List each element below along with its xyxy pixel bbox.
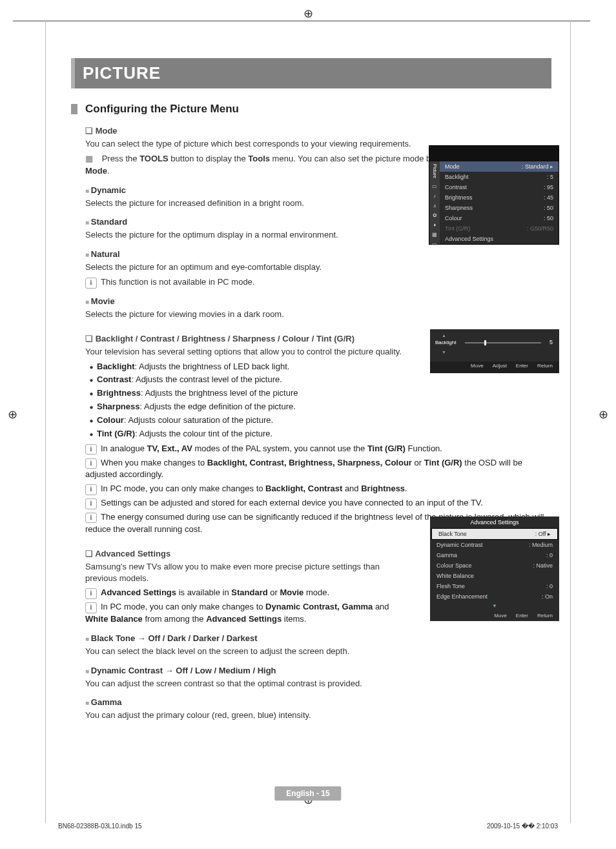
hint-return: Return bbox=[537, 363, 553, 373]
osd-row[interactable]: Dynamic Contrast: Medium bbox=[430, 540, 559, 550]
osd-row-mode[interactable]: Mode : Standard ▸ bbox=[440, 161, 559, 172]
adjust-note: In PC mode, you can only make changes to… bbox=[85, 483, 551, 495]
rule-vright bbox=[570, 21, 571, 823]
blacktone-heading: Black Tone → Off / Dark / Darker / Darke… bbox=[85, 633, 551, 643]
page-number-badge: English - 15 bbox=[274, 786, 341, 801]
gamma-heading: Gamma bbox=[85, 697, 551, 707]
osd-row[interactable]: Brightness: 45 bbox=[440, 192, 559, 203]
osd-row[interactable]: Contrast: 95 bbox=[440, 182, 559, 192]
tv-icon: ▭ bbox=[432, 183, 437, 189]
natural-text: Selects the picture for an optimum and e… bbox=[85, 261, 551, 274]
osd-row[interactable]: Flesh Tone: 0 bbox=[430, 581, 559, 591]
osd-row[interactable]: Advanced Settings bbox=[440, 234, 559, 244]
osd-row[interactable]: White Balance bbox=[430, 571, 559, 581]
chevron-down-icon[interactable]: ▼ bbox=[442, 350, 446, 354]
list-item: Sharpness: Adjusts the edge definition o… bbox=[97, 401, 551, 413]
slider-knob[interactable] bbox=[484, 340, 486, 345]
mode-heading: Mode bbox=[85, 126, 551, 136]
reg-mark-icon: ⊕ bbox=[599, 407, 608, 422]
page-title-bar: PICTURE bbox=[71, 58, 551, 88]
list-item: Tint (G/R): Adjusts the colour tint of t… bbox=[97, 428, 551, 440]
page-title: PICTURE bbox=[83, 63, 161, 83]
adjust-note: In analogue TV, Ext., AV modes of the PA… bbox=[85, 443, 551, 455]
app-icon: ▦ bbox=[432, 232, 437, 238]
osd-row-blacktone[interactable]: Black Tone: Off ▸ bbox=[431, 528, 558, 540]
print-file: BN68-02388B-03L10.indb 15 bbox=[58, 823, 142, 830]
chevron-right-icon: ▸ bbox=[548, 531, 551, 537]
hint-enter: Enter bbox=[516, 363, 528, 373]
natural-note: This function is not available in PC mod… bbox=[85, 276, 551, 289]
chevron-up-icon[interactable]: ▲ bbox=[442, 333, 446, 338]
dyncontrast-heading: Dynamic Contrast → Off / Low / Medium / … bbox=[85, 666, 551, 675]
gear-icon: ✿ bbox=[433, 212, 437, 218]
osd-side-label: Picture bbox=[433, 164, 437, 178]
title-accent bbox=[71, 58, 75, 88]
osd-title: Advanced Settings bbox=[430, 517, 559, 528]
osd-row[interactable]: Backlight: 5 bbox=[440, 172, 559, 182]
print-footer: BN68-02388B-03L10.indb 15 2009-10-15 �� … bbox=[58, 823, 558, 830]
hint-move: Move bbox=[471, 363, 484, 373]
osd-advanced-panel: Advanced Settings Black Tone: Off ▸ Dyna… bbox=[430, 517, 559, 621]
osd-slider-panel: ▲ Backlight ▼ 5 Move Adjust Enter Return bbox=[430, 329, 559, 373]
osd-rows: Mode : Standard ▸ Backlight: 5 Contrast:… bbox=[440, 161, 559, 244]
chevron-right-icon: ▸ bbox=[550, 163, 553, 170]
list-item: Colour: Adjusts colour saturation of the… bbox=[97, 414, 551, 427]
rule-top bbox=[13, 21, 590, 21]
natural-heading: Natural bbox=[85, 249, 551, 259]
osd-slider-label: Backlight bbox=[435, 340, 456, 345]
section-heading: Configuring the Picture Menu bbox=[71, 103, 551, 116]
movie-heading: Movie bbox=[85, 296, 551, 306]
gamma-text: You can adjust the primary colour (red, … bbox=[85, 710, 551, 722]
advanced-note: In PC mode, you can only make changes to… bbox=[85, 601, 408, 626]
osd-row[interactable]: Colour Space: Native bbox=[430, 560, 559, 571]
reg-mark-icon: ⊕ bbox=[303, 6, 313, 21]
document-page: ⊕ ⊕ ⊕ ⊕ PICTURE Configuring the Picture … bbox=[0, 0, 616, 849]
osd-row: Tint (G/R): G50/R50 bbox=[440, 223, 559, 234]
osd-footer: Move Enter Return bbox=[430, 610, 559, 621]
osd-topstrip bbox=[429, 146, 559, 161]
adjust-note: When you make changes to Backlight, Cont… bbox=[85, 457, 551, 482]
osd-row[interactable]: Colour: 50 bbox=[440, 213, 559, 223]
dyncontrast-text: You can adjust the screen contrast so th… bbox=[85, 678, 551, 690]
osd-slider-value: 5 bbox=[549, 339, 553, 345]
hint-enter: Enter bbox=[516, 613, 528, 619]
reg-mark-icon: ⊕ bbox=[8, 407, 17, 422]
osd-row[interactable]: Sharpness: 50 bbox=[440, 203, 559, 213]
advanced-intro: Samsung's new TVs allow you to make even… bbox=[85, 561, 408, 586]
movie-text: Selects the picture for viewing movies i… bbox=[85, 309, 551, 321]
note-icon: ♪ bbox=[433, 193, 436, 199]
list-item: Contrast: Adjusts the contrast level of … bbox=[97, 374, 551, 386]
print-timestamp: 2009-10-15 �� 2:10:03 bbox=[487, 823, 558, 830]
input-icon: ➧ bbox=[433, 222, 437, 228]
slider-track[interactable] bbox=[465, 342, 541, 343]
osd-row[interactable]: Gamma: 0 bbox=[430, 550, 559, 560]
chevron-down-icon[interactable]: ▼ bbox=[430, 602, 559, 610]
osd-picture-panel: Picture ▭ ♪ ⍋ ✿ ➧ ▦ ▭ Mode : Standard ▸ … bbox=[429, 145, 559, 245]
list-item: Brightness: Adjusts the brightness level… bbox=[97, 387, 551, 400]
hint-move: Move bbox=[494, 613, 507, 619]
osd-row[interactable]: Edge Enhancement: On bbox=[430, 591, 559, 602]
blacktone-text: You can select the black level on the sc… bbox=[85, 646, 551, 658]
osd-sidebar: Picture ▭ ♪ ⍋ ✿ ➧ ▦ ▭ bbox=[429, 161, 440, 244]
osd-footer: Move Adjust Enter Return bbox=[430, 362, 559, 373]
hint-adjust: Adjust bbox=[493, 363, 507, 373]
rule-vleft bbox=[45, 21, 46, 823]
hint-return: Return bbox=[537, 613, 553, 619]
adjust-note: Settings can be adjusted and stored for … bbox=[85, 497, 551, 509]
support-icon: ▭ bbox=[432, 241, 437, 247]
antenna-icon: ⍋ bbox=[433, 203, 436, 209]
